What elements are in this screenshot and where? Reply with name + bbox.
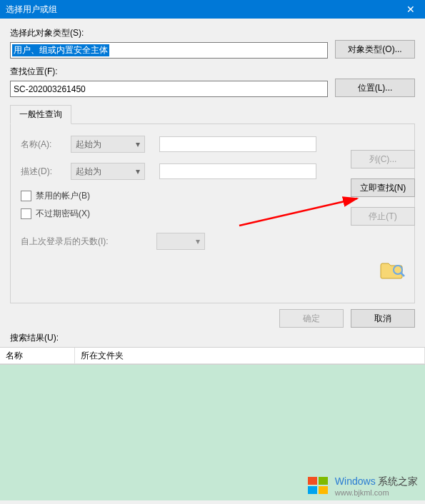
cancel-button[interactable]: 取消 — [351, 309, 415, 328]
watermark-brand: Windows — [335, 475, 376, 487]
watermark-site: 系统之家 — [378, 475, 418, 487]
non-expiring-pwd-label: 不过期密码(X) — [36, 208, 90, 220]
location-label: 查找位置(F): — [10, 66, 328, 78]
name-label: 名称(A): — [21, 138, 71, 151]
window-title: 选择用户或组 — [6, 4, 396, 16]
svg-rect-5 — [308, 486, 317, 494]
search-now-button[interactable]: 立即查找(N) — [351, 178, 415, 197]
locations-button[interactable]: 位置(L)... — [335, 79, 415, 97]
non-expiring-pwd-checkbox[interactable] — [21, 208, 31, 219]
close-button[interactable]: ✕ — [396, 0, 425, 19]
desc-label: 描述(D): — [21, 166, 71, 178]
svg-rect-6 — [319, 486, 328, 494]
desc-mode-combo[interactable]: 起始为 ▾ — [71, 163, 145, 180]
svg-rect-3 — [308, 477, 317, 485]
disabled-accounts-checkbox[interactable] — [21, 191, 31, 201]
location-input[interactable] — [10, 81, 328, 97]
object-type-label: 选择此对象类型(S): — [10, 27, 328, 39]
desc-mode-value: 起始为 — [76, 166, 101, 178]
tab-common-queries[interactable]: 一般性查询 — [10, 105, 71, 124]
chevron-down-icon: ▾ — [196, 236, 200, 246]
results-col-folder[interactable]: 所在文件夹 — [75, 348, 425, 363]
results-label: 搜索结果(U): — [0, 328, 425, 347]
desc-input[interactable] — [159, 163, 316, 179]
stop-button[interactable]: 停止(T) — [351, 207, 415, 226]
object-types-button[interactable]: 对象类型(O)... — [335, 40, 415, 59]
watermark: Windows 系统之家 www.bjkml.com — [306, 474, 418, 498]
watermark-url: www.bjkml.com — [335, 488, 418, 497]
ok-button[interactable]: 确定 — [279, 309, 344, 328]
name-mode-value: 起始为 — [76, 138, 101, 151]
columns-button[interactable]: 列(C)... — [351, 150, 415, 168]
results-header: 名称 所在文件夹 — [0, 347, 425, 364]
chevron-down-icon: ▾ — [136, 139, 140, 149]
disabled-accounts-label: 禁用的帐户(B) — [36, 190, 90, 202]
days-since-login-label: 自上次登录后的天数(I): — [21, 236, 135, 248]
svg-rect-4 — [319, 477, 328, 485]
close-icon: ✕ — [406, 4, 415, 15]
results-col-name[interactable]: 名称 — [0, 348, 75, 363]
object-type-input[interactable] — [10, 42, 328, 59]
name-mode-combo[interactable]: 起始为 ▾ — [71, 136, 145, 153]
windows-logo-icon — [306, 474, 331, 498]
search-folder-icon — [379, 260, 405, 282]
days-combo[interactable]: ▾ — [156, 233, 205, 250]
name-input[interactable] — [159, 136, 316, 152]
chevron-down-icon: ▾ — [136, 166, 140, 176]
